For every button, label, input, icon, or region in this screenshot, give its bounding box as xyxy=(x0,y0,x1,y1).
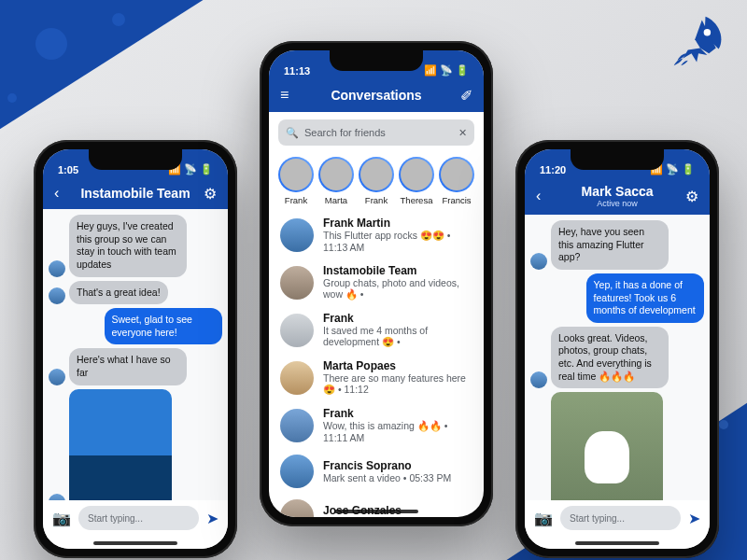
story-name: Theresa xyxy=(401,195,433,205)
conversation-item[interactable]: Marta PopaesThere are so many features h… xyxy=(269,354,484,401)
story-item[interactable]: Theresa xyxy=(399,157,434,205)
conversation-list[interactable]: Frank MartinThis Flutter app rocks 😍😍 • … xyxy=(269,211,484,517)
conversation-preview: There are so many features here 😍 • 11:1… xyxy=(323,372,472,396)
conversation-name: Instamobile Team xyxy=(323,264,472,277)
phone-notch xyxy=(571,149,664,170)
home-indicator xyxy=(575,541,659,545)
message-outgoing[interactable]: Sweet, glad to see everyone here! xyxy=(105,308,222,344)
avatar[interactable] xyxy=(49,494,65,500)
status-time: 11:13 xyxy=(284,65,310,77)
conversation-name: Frank xyxy=(323,407,472,420)
chat-header: ‹ Instamobile Team ⚙ xyxy=(43,177,228,209)
message-incoming[interactable]: That's a great idea! xyxy=(69,281,168,305)
status-right: 📶 📡 🔋 xyxy=(424,64,469,77)
search-placeholder: Search for friends xyxy=(304,127,453,138)
conversation-preview: Wow, this is amazing 🔥🔥 • 11:11 AM xyxy=(323,420,472,443)
message-incoming[interactable]: Hey guys, I've created this group so we … xyxy=(69,215,187,277)
phone-right: 11:20 📶 📡 🔋 ‹ Mark Sacca Active now ⚙ He… xyxy=(515,140,719,558)
screen-left: 1:05 📶 📡 🔋 ‹ Instamobile Team ⚙ Hey guys… xyxy=(43,149,228,549)
chat-body[interactable]: Hey, have you seen this amazing Flutter … xyxy=(525,215,710,500)
avatar xyxy=(280,314,314,347)
avatar[interactable] xyxy=(530,371,547,388)
conversation-item[interactable]: Francis SopranoMark sent a video • 05:33… xyxy=(269,449,484,494)
search-input[interactable]: 🔍 Search for friends ✕ xyxy=(278,119,474,146)
message-row xyxy=(49,389,222,500)
story-item[interactable]: Frank xyxy=(278,157,314,205)
avatar[interactable] xyxy=(530,253,547,270)
new-chat-icon[interactable]: ✐ xyxy=(460,87,472,105)
conversation-meta: FrankIt saved me 4 months of development… xyxy=(323,312,472,348)
message-row: Sweet, glad to see everyone here! xyxy=(49,308,222,344)
avatar xyxy=(280,455,314,488)
conversation-meta: Instamobile TeamGroup chats, photo and v… xyxy=(323,264,472,301)
conversation-item[interactable]: FrankWow, this is amazing 🔥🔥 • 11:11 AM xyxy=(269,401,484,449)
phone-notch xyxy=(330,50,423,71)
back-icon[interactable]: ‹ xyxy=(536,188,541,204)
conversation-item[interactable]: Jose GonzalesAsd • 09:15 PM xyxy=(269,494,484,517)
story-item[interactable]: Francis xyxy=(439,157,474,205)
image-attachment[interactable] xyxy=(551,392,663,500)
story-name: Frank xyxy=(365,195,388,205)
page-title: Conversations xyxy=(331,88,421,103)
conversation-meta: Francis SopranoMark sent a video • 05:33… xyxy=(323,459,451,483)
story-item[interactable]: Frank xyxy=(359,157,394,205)
gear-icon[interactable]: ⚙ xyxy=(685,188,698,205)
conversation-preview: Mark sent a video • 05:33 PM xyxy=(323,472,451,483)
status-time: 1:05 xyxy=(58,164,78,175)
message-input[interactable]: Start typing... xyxy=(78,506,199,530)
avatar[interactable] xyxy=(49,260,65,277)
story-name: Marta xyxy=(325,195,347,205)
avatar[interactable] xyxy=(49,287,65,304)
message-incoming[interactable]: Hey, have you seen this amazing Flutter … xyxy=(551,220,669,270)
image-attachment[interactable] xyxy=(69,389,172,500)
conversation-item[interactable]: Frank MartinThis Flutter app rocks 😍😍 • … xyxy=(269,211,484,259)
conversation-meta: Frank MartinThis Flutter app rocks 😍😍 • … xyxy=(323,217,472,253)
avatar xyxy=(280,499,314,517)
phone-notch xyxy=(89,149,182,170)
conversation-meta: FrankWow, this is amazing 🔥🔥 • 11:11 AM xyxy=(323,407,472,443)
decor-triangle-tl xyxy=(0,0,204,130)
search-icon: 🔍 xyxy=(286,127,299,139)
avatar xyxy=(280,266,314,300)
conversation-name: Frank Martin xyxy=(323,217,472,230)
message-input[interactable]: Start typing... xyxy=(560,506,681,530)
conversation-item[interactable]: Instamobile TeamGroup chats, photo and v… xyxy=(269,259,484,306)
chat-title: Instamobile Team xyxy=(80,186,190,201)
gear-icon[interactable]: ⚙ xyxy=(204,185,217,203)
send-icon[interactable]: ➤ xyxy=(688,510,700,527)
home-indicator xyxy=(334,510,418,513)
story-avatar xyxy=(278,157,314,192)
message-outgoing[interactable]: Yep, it has a done of features! Took us … xyxy=(586,273,704,323)
message-incoming[interactable]: Here's what I have so far xyxy=(69,348,187,385)
chat-title: Mark Sacca xyxy=(581,184,653,199)
phone-center: 11:13 📶 📡 🔋 ≡ Conversations ✐ 🔍 Search f… xyxy=(260,41,493,526)
story-item[interactable]: Marta xyxy=(318,157,354,205)
conversation-name: Frank xyxy=(323,312,472,325)
back-icon[interactable]: ‹ xyxy=(54,185,59,202)
promo-stage: 1:05 📶 📡 🔋 ‹ Instamobile Team ⚙ Hey guys… xyxy=(0,0,747,560)
story-name: Frank xyxy=(285,195,307,205)
decor-dot xyxy=(7,93,17,103)
decor-dot xyxy=(112,13,125,26)
send-icon[interactable]: ➤ xyxy=(206,510,218,527)
menu-icon[interactable]: ≡ xyxy=(280,87,289,104)
stories-row[interactable]: FrankMartaFrankTheresaFrancis xyxy=(269,153,484,211)
message-row: Here's what I have so far xyxy=(49,348,222,385)
message-row: Hey, have you seen this amazing Flutter … xyxy=(530,220,704,270)
message-row: That's a great idea! xyxy=(49,281,222,305)
screen-center: 11:13 📶 📡 🔋 ≡ Conversations ✐ 🔍 Search f… xyxy=(269,50,484,517)
chat-body[interactable]: Hey guys, I've created this group so we … xyxy=(43,209,228,500)
camera-icon[interactable]: 📷 xyxy=(534,510,553,527)
avatar[interactable] xyxy=(49,369,65,385)
status-time: 11:20 xyxy=(540,164,566,175)
camera-icon[interactable]: 📷 xyxy=(52,510,71,527)
message-row: Looks great. Videos, photos, group chats… xyxy=(530,327,704,389)
story-avatar xyxy=(359,157,394,192)
screen-right: 11:20 📶 📡 🔋 ‹ Mark Sacca Active now ⚙ He… xyxy=(525,149,710,549)
message-incoming[interactable]: Looks great. Videos, photos, group chats… xyxy=(551,327,669,389)
chat-subtitle: Active now xyxy=(597,199,638,208)
message-row xyxy=(530,392,704,500)
story-avatar xyxy=(439,157,474,192)
conversation-item[interactable]: FrankIt saved me 4 months of development… xyxy=(269,306,484,354)
clear-icon[interactable]: ✕ xyxy=(458,127,467,139)
